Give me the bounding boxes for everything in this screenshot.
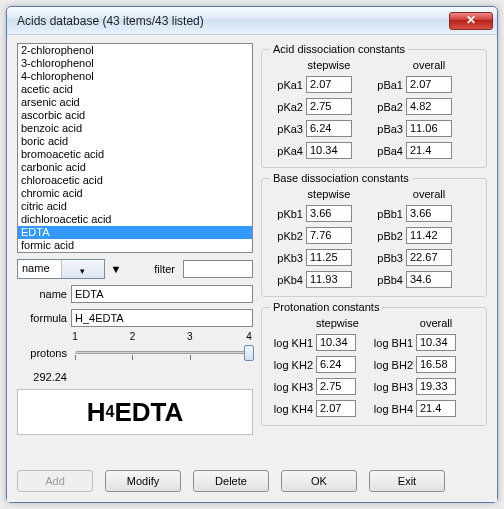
dialog-body: 2-chlorophenol3-chlorophenol4-chlorophen… <box>7 35 497 502</box>
filter-input[interactable] <box>183 260 253 278</box>
close-button[interactable]: ✕ <box>449 12 493 30</box>
list-item[interactable]: 3-chlorophenol <box>18 57 252 70</box>
constant-value[interactable]: 10.34 <box>416 334 456 351</box>
sort-combo-value: name <box>18 260 61 278</box>
constant-label: pKa4 <box>270 145 306 157</box>
protons-row: protons 1 2 3 4 <box>17 341 253 365</box>
constant-value[interactable]: 2.75 <box>316 378 356 395</box>
name-label: name <box>17 288 67 300</box>
constant-label: pKb1 <box>270 208 306 220</box>
constant-value[interactable]: 19.33 <box>416 378 456 395</box>
constant-value[interactable]: 4.82 <box>406 98 452 115</box>
chevron-down-icon: ▾ <box>61 260 105 278</box>
list-item[interactable]: ascorbic acid <box>18 109 252 122</box>
constant-value[interactable]: 6.24 <box>316 356 356 373</box>
list-item[interactable]: chromic acid <box>18 187 252 200</box>
name-row: name <box>17 285 253 303</box>
constant-label: pKb2 <box>270 230 306 242</box>
ok-button[interactable]: OK <box>281 470 357 492</box>
sort-direction-icon[interactable]: ▼ <box>109 263 123 275</box>
list-item[interactable]: acetic acid <box>18 83 252 96</box>
constant-label: pKa3 <box>270 123 306 135</box>
constant-value[interactable]: 2.75 <box>306 98 352 115</box>
mass-value: 292.24 <box>17 371 67 383</box>
list-item[interactable]: boric acid <box>18 135 252 148</box>
constant-label: pBb2 <box>370 230 406 242</box>
constant-value[interactable]: 2.07 <box>406 76 452 93</box>
constant-value[interactable]: 11.25 <box>306 249 352 266</box>
protonation-constants-group: Protonation constants stepwiseoveralllog… <box>261 301 487 426</box>
dialog-window: Acids database (43 items/43 listed) ✕ 2-… <box>6 6 498 503</box>
exit-button[interactable]: Exit <box>369 470 445 492</box>
button-row: Add Modify Delete OK Exit <box>17 470 487 492</box>
protons-slider[interactable]: 1 2 3 4 <box>75 341 249 365</box>
acid-constants-legend: Acid dissociation constants <box>270 43 408 55</box>
base-constants-legend: Base dissociation constants <box>270 172 412 184</box>
delete-button[interactable]: Delete <box>193 470 269 492</box>
constant-value[interactable]: 3.66 <box>306 205 352 222</box>
constant-value[interactable]: 21.4 <box>416 400 456 417</box>
window-title: Acids database (43 items/43 listed) <box>17 14 449 28</box>
name-input[interactable] <box>71 285 253 303</box>
list-item[interactable]: 2-chlorophenol <box>18 44 252 57</box>
list-item[interactable]: arsenic acid <box>18 96 252 109</box>
constant-value[interactable]: 11.42 <box>406 227 452 244</box>
add-button[interactable]: Add <box>17 470 93 492</box>
modify-button[interactable]: Modify <box>105 470 181 492</box>
titlebar[interactable]: Acids database (43 items/43 listed) ✕ <box>7 7 497 35</box>
formula-row: formula <box>17 309 253 327</box>
constant-label: log BH1 <box>370 337 416 349</box>
constant-label: log BH3 <box>370 381 416 393</box>
list-item[interactable]: benzoic acid <box>18 122 252 135</box>
close-icon: ✕ <box>466 13 476 27</box>
constant-value[interactable]: 34.6 <box>406 271 452 288</box>
acid-constants-group: Acid dissociation constants stepwiseover… <box>261 43 487 168</box>
acid-listbox[interactable]: 2-chlorophenol3-chlorophenol4-chlorophen… <box>17 43 253 253</box>
list-item[interactable]: dichloroacetic acid <box>18 213 252 226</box>
constant-label: pBb4 <box>370 274 406 286</box>
sort-combo[interactable]: name ▾ <box>17 259 105 279</box>
constant-value[interactable]: 10.34 <box>316 334 356 351</box>
list-item[interactable]: chloroacetic acid <box>18 174 252 187</box>
mass-row: 292.24 <box>17 371 253 383</box>
constant-value[interactable]: 6.24 <box>306 120 352 137</box>
list-item[interactable]: EDTA <box>18 226 252 239</box>
base-constants-group: Base dissociation constants stepwiseover… <box>261 172 487 297</box>
protonation-constants-legend: Protonation constants <box>270 301 382 313</box>
constant-value[interactable]: 16.58 <box>416 356 456 373</box>
constant-label: pBa3 <box>370 123 406 135</box>
constant-label: pBa2 <box>370 101 406 113</box>
constant-value[interactable]: 7.76 <box>306 227 352 244</box>
list-item[interactable]: formic acid <box>18 239 252 252</box>
list-item[interactable]: carbonic acid <box>18 161 252 174</box>
constant-label: log KH1 <box>270 337 316 349</box>
constant-label: pKb3 <box>270 252 306 264</box>
constant-value[interactable]: 11.93 <box>306 271 352 288</box>
constant-value[interactable]: 11.06 <box>406 120 452 137</box>
list-item[interactable]: citric acid <box>18 200 252 213</box>
constant-value[interactable]: 3.66 <box>406 205 452 222</box>
formula-input[interactable] <box>71 309 253 327</box>
filter-label: filter <box>154 263 175 275</box>
constant-label: pBb1 <box>370 208 406 220</box>
constant-value[interactable]: 22.67 <box>406 249 452 266</box>
constant-value[interactable]: 10.34 <box>306 142 352 159</box>
list-item[interactable]: hydrazoic acid <box>18 252 252 253</box>
slider-thumb[interactable] <box>244 345 254 361</box>
constant-label: log KH2 <box>270 359 316 371</box>
list-item[interactable]: bromoacetic acid <box>18 148 252 161</box>
constant-label: pBa1 <box>370 79 406 91</box>
constant-label: log KH4 <box>270 403 316 415</box>
left-column: 2-chlorophenol3-chlorophenol4-chlorophen… <box>17 43 253 492</box>
constant-label: log BH4 <box>370 403 416 415</box>
constant-label: pKb4 <box>270 274 306 286</box>
constant-value[interactable]: 2.07 <box>306 76 352 93</box>
formula-display: H4EDTA <box>17 389 253 435</box>
constant-label: pBa4 <box>370 145 406 157</box>
formula-label: formula <box>17 312 67 324</box>
constant-value[interactable]: 2.07 <box>316 400 356 417</box>
constant-label: pBb3 <box>370 252 406 264</box>
constant-value[interactable]: 21.4 <box>406 142 452 159</box>
list-item[interactable]: 4-chlorophenol <box>18 70 252 83</box>
sort-filter-row: name ▾ ▼ filter <box>17 259 253 279</box>
